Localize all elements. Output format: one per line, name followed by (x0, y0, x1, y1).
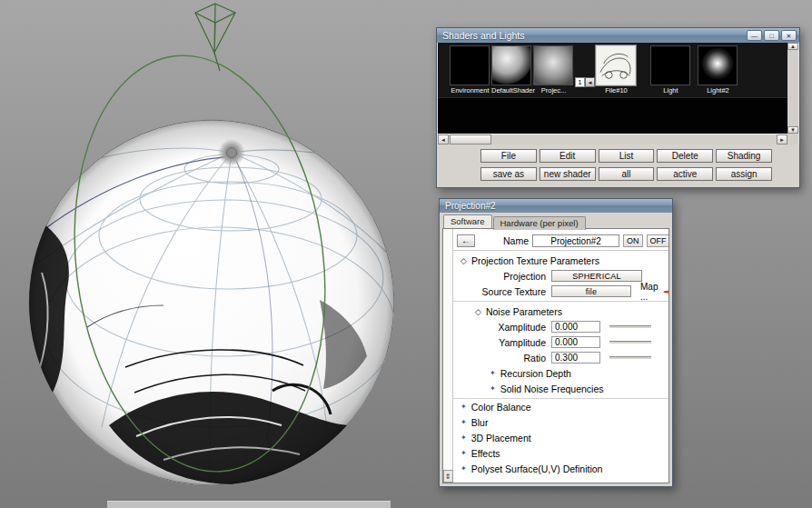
thumbnail-projection[interactable]: Projec... (533, 45, 574, 95)
projection-tabs: Software Hardware (per pixel) (440, 213, 672, 228)
ratio-field[interactable] (551, 352, 600, 364)
section-recursion-depth[interactable]: ✦ Recursion Depth (453, 365, 668, 381)
horizontal-scrollbar[interactable]: ◄ ► (438, 134, 787, 144)
scroll-down-icon[interactable]: ▼ (787, 126, 798, 134)
source-texture-row: Source Texture file Map ... ➜ (453, 284, 668, 299)
scrollbar-corner (787, 134, 798, 144)
name-field[interactable] (532, 234, 619, 247)
section-3d-placement[interactable]: ✦ 3D Placement (453, 430, 668, 445)
section-collapsed-icon: ✦ (460, 464, 467, 473)
on-button[interactable]: ON (623, 234, 643, 247)
projection-manipulator-ring (52, 41, 348, 486)
thumbnail-label: Projec... (533, 86, 574, 95)
ratio-slider[interactable] (609, 356, 651, 360)
yamplitude-row: Yamplitude (453, 334, 668, 350)
yamplitude-slider[interactable] (609, 341, 651, 344)
section-effects[interactable]: ✦ Effects (453, 445, 668, 461)
edit-menu-button[interactable]: Edit (540, 149, 596, 163)
source-texture-label: Source Texture (453, 286, 551, 297)
scroll-up-icon[interactable]: ▲ (787, 43, 798, 50)
list-menu-button[interactable]: List (599, 149, 655, 163)
delete-menu-button[interactable]: Delete (657, 149, 713, 163)
thumbnail-file10[interactable]: File#10 (596, 45, 637, 95)
minimize-button[interactable]: — (747, 30, 762, 41)
light2-thumb-image (698, 45, 738, 85)
projection-window-title: Projection#2 (445, 201, 669, 211)
section-collapsed-icon: ✦ (490, 369, 496, 377)
close-button[interactable]: ✕ (781, 30, 797, 41)
thumbnail-label: File#10 (596, 86, 637, 95)
projection-type-button[interactable]: SPHERICAL (551, 270, 642, 282)
ratio-row: Ratio (453, 350, 668, 365)
map-button[interactable]: Map ... (640, 282, 658, 302)
pager-prev-icon[interactable]: ◄ (585, 77, 595, 87)
shader-pager[interactable]: 1 ◄ (575, 77, 595, 87)
shading-menu-button[interactable]: Shading (716, 149, 772, 163)
xamplitude-label: Xamplitude (453, 322, 551, 333)
bottom-panel-edge (107, 501, 391, 508)
section-polyset-surface[interactable]: ✦ Polyset Surface(U,V) Definition (453, 461, 668, 476)
shader-preview-area[interactable] (438, 97, 787, 134)
section-title: Solid Noise Frequencies (500, 383, 604, 394)
section-noise-parameters: ◇ Noise Parameters Xamplitude Yamplitude (453, 302, 668, 399)
camera-wireframe (195, 4, 235, 71)
section-collapsed-icon: ✦ (460, 433, 467, 442)
assign-button[interactable]: assign (716, 167, 772, 181)
section-collapsed-icon: ✦ (460, 449, 467, 457)
scroll-right-icon[interactable]: ► (777, 134, 787, 144)
source-texture-button[interactable]: file (551, 285, 631, 297)
hscrollbar-thumb[interactable] (450, 134, 491, 144)
maximize-button[interactable]: □ (764, 30, 779, 41)
vscrollbar-track[interactable] (787, 50, 798, 126)
save-as-button[interactable]: save as (480, 167, 537, 181)
projection-type-label: Projection (453, 271, 551, 282)
noise-parameters-header[interactable]: ◇ Noise Parameters (453, 304, 668, 319)
xamplitude-slider[interactable] (609, 325, 651, 329)
thumbnail-environment[interactable]: Environment (450, 45, 490, 95)
shaders-window-titlebar[interactable]: Shaders and Lights — □ ✕ (437, 28, 799, 43)
ratio-label: Ratio (453, 353, 551, 364)
yamplitude-field[interactable] (551, 336, 600, 348)
section-title: Noise Parameters (486, 306, 562, 317)
thumbnail-label: Light (650, 86, 691, 95)
xamplitude-field[interactable] (551, 321, 600, 333)
file10-thumb-image (596, 45, 636, 85)
section-projection-texture: ◇ Projection Texture Parameters Projecti… (453, 251, 668, 302)
scroll-left-icon[interactable]: ◄ (438, 134, 449, 144)
shaders-window-title: Shaders and Lights (442, 30, 747, 41)
section-title: Recursion Depth (500, 368, 571, 379)
name-row: ← Name ON OFF (453, 232, 668, 251)
section-solid-noise-frequencies[interactable]: ✦ Solid Noise Frequencies (453, 381, 668, 396)
section-title: Color Balance (471, 402, 531, 413)
thumbnail-label: Light#2 (698, 86, 738, 95)
section-expanded-icon: ◇ (475, 307, 481, 316)
new-shader-button[interactable]: new shader (540, 167, 596, 181)
projection-window-titlebar[interactable]: Projection#2 (440, 199, 672, 213)
projection-texture-header[interactable]: ◇ Projection Texture Parameters (453, 253, 668, 268)
map-connect-arrow-icon[interactable]: ➜ (663, 286, 668, 297)
section-title: 3D Placement (471, 433, 531, 443)
active-button[interactable]: active (657, 167, 713, 181)
viewport-3d[interactable]: Shaders and Lights — □ ✕ Environment Def… (0, 0, 812, 508)
left-scroll-strip[interactable]: ⇕ (443, 229, 453, 483)
section-color-balance[interactable]: ✦ Color Balance (453, 399, 668, 414)
scroll-updown-icon[interactable]: ⇕ (443, 470, 453, 483)
vertical-scrollbar[interactable]: ▲ ▼ (787, 43, 798, 144)
thumbnail-defaultshader[interactable]: DefaultShader (491, 45, 532, 95)
section-blur[interactable]: ✦ Blur (453, 414, 668, 430)
section-collapsed-icon: ✦ (490, 384, 496, 393)
thumbnail-light2[interactable]: Light#2 (698, 45, 738, 95)
yamplitude-label: Yamplitude (453, 337, 551, 348)
hscrollbar-track[interactable] (492, 134, 777, 144)
section-collapsed-icon: ✦ (460, 418, 467, 426)
thumbnail-light[interactable]: Light (650, 45, 691, 95)
section-title: Polyset Surface(U,V) Definition (471, 463, 603, 474)
back-button[interactable]: ← (457, 234, 475, 247)
off-button[interactable]: OFF (647, 234, 668, 247)
tab-software[interactable]: Software (443, 214, 492, 228)
all-button[interactable]: all (599, 167, 655, 181)
xamplitude-row: Xamplitude (453, 319, 668, 334)
pager-value: 1 (575, 77, 585, 87)
tab-hardware[interactable]: Hardware (per pixel) (493, 216, 586, 230)
file-menu-button[interactable]: File (480, 149, 537, 163)
